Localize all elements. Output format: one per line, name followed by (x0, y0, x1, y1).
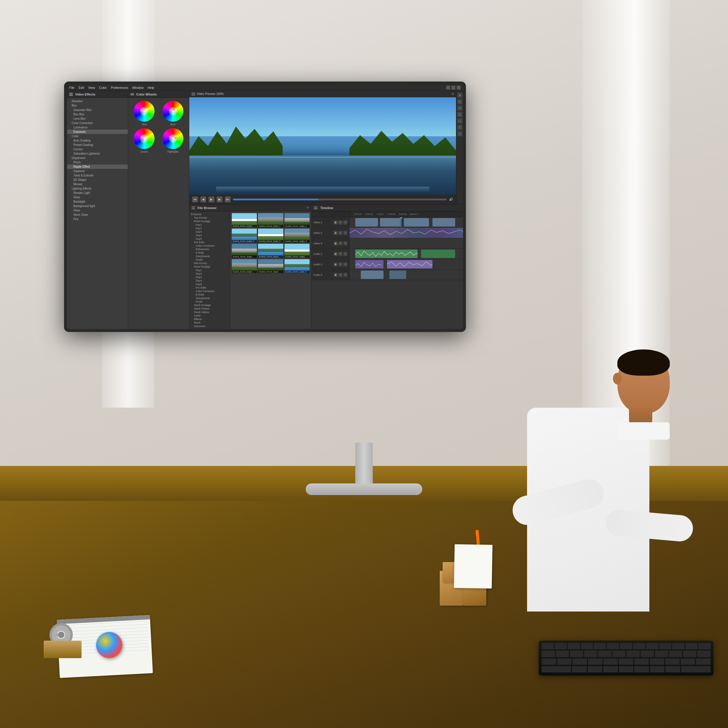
tree-voiceover[interactable]: Voiceover (189, 324, 230, 328)
tree-b-rolls2[interactable]: B Rolls (189, 293, 230, 297)
effect-pinch[interactable]: Pinch (67, 160, 128, 165)
track-video1-content[interactable] (349, 217, 463, 228)
thumb-3[interactable]: Austria_Drone_bright_3 (284, 213, 309, 228)
menu-window[interactable]: Window (132, 86, 144, 89)
color-wheel-green-wheel[interactable] (134, 128, 154, 149)
tool-select[interactable]: ✕ (457, 93, 462, 98)
tree-references[interactable]: References (189, 248, 230, 251)
effect-preset-grading[interactable]: Preset Grading (67, 143, 128, 147)
effect-curves[interactable]: Curves (67, 147, 128, 151)
audio3-clip1[interactable] (361, 271, 384, 279)
tree-top-priority[interactable]: Top Priority (189, 216, 230, 220)
effect-dispersion[interactable]: Dispersion (67, 156, 128, 160)
file-tree[interactable]: Projects Top Priority RAW Footage Day1 D… (189, 211, 230, 329)
clip-v1-1[interactable] (355, 218, 378, 226)
tree-mid-day1[interactable]: Day1 (189, 269, 230, 272)
effect-lighting[interactable]: Lighting Effects (67, 187, 128, 191)
menu-edit[interactable]: Edit (79, 86, 84, 89)
tool-effect[interactable]: ⊹ (457, 131, 462, 136)
track-a3-eye[interactable]: 👁 (338, 273, 343, 277)
effect-box-blur[interactable]: Box Blur (67, 112, 128, 116)
effect-backlight[interactable]: Backlight (67, 199, 128, 204)
tree-storyboards2[interactable]: Storyboards (189, 297, 230, 300)
tool-arrow[interactable]: ↖ (457, 99, 462, 104)
audio2-clip2[interactable] (387, 260, 433, 269)
tree-day3[interactable]: Day3 (189, 230, 230, 234)
tree-color-correction[interactable]: Color Correction (189, 244, 230, 248)
track-a1-lock[interactable]: 🔒 (333, 252, 338, 256)
skip-back-button[interactable]: ⏮ (192, 197, 198, 202)
track-eye-icon[interactable]: 👁 (338, 220, 343, 225)
effect-ripple[interactable]: Ripple Effect (67, 165, 128, 169)
color-wheel-highlights[interactable]: Highlights (160, 128, 187, 153)
color-wheel-green[interactable]: Green (131, 128, 158, 153)
tree-mid-day2[interactable]: Day2 (189, 272, 230, 275)
thumb-1[interactable]: Austria_Drone_bright_1_4 (232, 213, 257, 228)
effect-color-correction[interactable]: Color Correction (67, 121, 128, 125)
tree-raw-footage[interactable]: RAW Footage (189, 220, 230, 223)
tool-cut[interactable]: ✂ (457, 106, 462, 111)
play-pause-button[interactable]: ▶ (208, 197, 214, 202)
effect-background-light[interactable]: Background light (67, 204, 128, 208)
track-v2-lock[interactable]: 🔒 (333, 231, 338, 235)
tree-color-correction2[interactable]: Color Correction (189, 289, 230, 293)
tree-raw-footage2[interactable]: RAW Footage (189, 265, 230, 269)
tree-storyboards[interactable]: Storyboards (189, 254, 230, 258)
track-a1-eye[interactable]: 👁 (338, 252, 343, 256)
clip-v1-4[interactable] (433, 218, 455, 226)
effect-color[interactable]: Color (67, 134, 128, 138)
thumb-4[interactable]: Austria_Drone_bright_4 (232, 229, 257, 243)
track-v2-eye[interactable]: 👁 (338, 231, 343, 235)
tree-b-rolls[interactable]: B Rolls (189, 251, 230, 254)
audio1-clip[interactable] (355, 249, 418, 258)
track-v3-eye[interactable]: 👁 (338, 242, 343, 245)
track-video3-content[interactable] (349, 238, 463, 248)
color-wheel-blue-wheel[interactable] (162, 101, 184, 122)
track-a3-lock[interactable]: 🔒 (333, 273, 338, 277)
tree-mid-day5[interactable]: Day5 (189, 283, 230, 286)
tree-music[interactable]: Music (189, 321, 230, 324)
tree-pre-edits2[interactable]: Pre Edits (189, 286, 230, 289)
audio2-clip1[interactable] (355, 260, 384, 269)
menu-preferences[interactable]: Preferences (111, 86, 128, 89)
clip-v1-3[interactable] (404, 218, 429, 226)
color-wheel-red[interactable]: Red (131, 101, 158, 126)
effect-luminance[interactable]: Luminance (67, 125, 128, 130)
tree-stock-videos[interactable]: Stock Videos (189, 310, 230, 314)
audio1-clip2[interactable] (421, 249, 455, 258)
track-v3-lock[interactable]: 🔒 (333, 242, 338, 245)
tree-audio[interactable]: Audio (189, 314, 230, 317)
tree-mid-priority[interactable]: Mid Priority (189, 262, 230, 265)
thumb-12[interactable]: Austria_Drone_Label_1 (284, 259, 309, 274)
audio3-clip2[interactable] (389, 271, 407, 279)
effect-mosaic[interactable]: Mosaic (67, 182, 128, 187)
color-wheel-blue[interactable]: Blue (160, 101, 187, 126)
file-browser-close[interactable]: ✕ (306, 206, 309, 210)
tool-rect[interactable]: □ (457, 118, 462, 124)
track-link-icon[interactable]: ⚙ (343, 220, 347, 225)
track-a3-gear[interactable]: ⚙ (343, 273, 347, 277)
effect-auto-grading[interactable]: Auto Grading (67, 138, 128, 143)
clip-v1-2[interactable] (380, 218, 401, 226)
close-button[interactable]: ✕ (457, 86, 461, 90)
track-audio2-content[interactable] (349, 259, 463, 269)
effect-squeeze[interactable]: Squeeze (67, 169, 128, 173)
tree-stock-footage[interactable]: Stock Footage (189, 303, 230, 307)
track-v3-gear[interactable]: ⚙ (343, 242, 347, 245)
effect-render-light[interactable]: Render Light (67, 191, 128, 195)
tree-stock-photos[interactable]: Stock Photos (189, 307, 230, 310)
step-forward-button[interactable]: ▶ (217, 197, 222, 202)
track-audio1-content[interactable] (349, 249, 463, 259)
track-a1-gear[interactable]: ⚙ (343, 252, 347, 256)
effect-dissolve[interactable]: Dissolve (67, 99, 128, 103)
tool-shape[interactable]: ⬡ (457, 112, 462, 117)
tree-finals[interactable]: Finals (189, 258, 230, 262)
effect-lens-blur[interactable]: Lens Blur (67, 116, 128, 121)
effect-blur[interactable]: Blur (67, 103, 128, 108)
file-grid[interactable]: Austria_Drone_bright_1_4 Austria_Drone_b… (230, 211, 311, 329)
tree-day5[interactable]: Day5 (189, 237, 230, 240)
color-wheel-highlights-wheel[interactable] (162, 128, 184, 149)
track-a2-gear[interactable]: ⚙ (343, 262, 347, 266)
thumb-5[interactable]: Austria_Drone_bright_5 (258, 229, 283, 243)
thumb-11[interactable]: Austria_Drone_bright_5_1 (258, 259, 283, 274)
